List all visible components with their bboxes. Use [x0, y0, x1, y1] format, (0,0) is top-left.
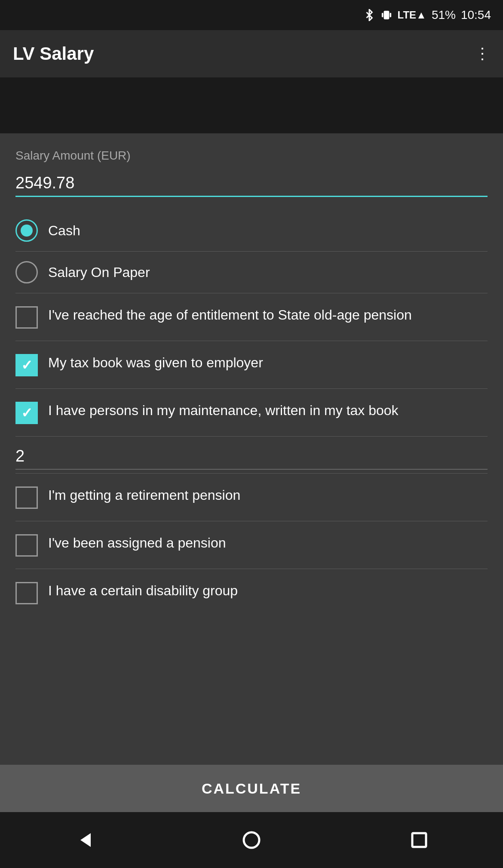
- checkbox-retirement-box[interactable]: [15, 486, 38, 509]
- radio-paper[interactable]: Salary On Paper: [15, 252, 488, 293]
- back-icon: [74, 830, 94, 850]
- home-icon: [241, 830, 262, 850]
- app-title: LV Salary: [13, 43, 94, 64]
- checkbox-pension-age-label: I've reached the age of entitlement to S…: [48, 305, 488, 325]
- checkbox-assigned-pension-box[interactable]: [15, 534, 38, 557]
- radio-cash-label: Cash: [48, 223, 80, 239]
- checkbox-retirement-label: I'm getting a retirement pension: [48, 486, 488, 505]
- checkmark-maintenance: ✓: [21, 406, 33, 420]
- checkbox-pension-age-box[interactable]: [15, 306, 38, 329]
- checkbox-tax-book[interactable]: ✓ My tax book was given to employer: [15, 341, 488, 388]
- battery-text: 51%: [432, 8, 456, 22]
- main-content: Salary Amount (EUR) Cash Salary On Paper…: [0, 133, 503, 812]
- recents-icon: [409, 830, 429, 850]
- checkmark-tax-book: ✓: [21, 358, 33, 372]
- back-button[interactable]: [67, 823, 101, 857]
- svg-rect-2: [390, 13, 391, 17]
- checkbox-pension-age[interactable]: I've reached the age of entitlement to S…: [15, 293, 488, 341]
- salary-input[interactable]: [15, 170, 488, 197]
- checkbox-assigned-pension[interactable]: I've been assigned a pension: [15, 521, 488, 569]
- checkbox-tax-book-label: My tax book was given to employer: [48, 353, 488, 372]
- app-bar: LV Salary ⋮: [0, 30, 503, 77]
- checkbox-assigned-pension-label: I've been assigned a pension: [48, 533, 488, 553]
- bottom-nav: [0, 812, 503, 868]
- svg-rect-1: [382, 13, 383, 17]
- radio-paper-label: Salary On Paper: [48, 265, 150, 280]
- svg-rect-0: [384, 11, 389, 19]
- divider-5: [15, 436, 488, 437]
- calculate-button[interactable]: CALCULATE: [0, 765, 503, 812]
- bluetooth-icon: [363, 9, 375, 21]
- checkbox-maintenance-label: I have persons in my maintenance, writte…: [48, 401, 488, 420]
- checkbox-disability-box[interactable]: [15, 582, 38, 604]
- home-button[interactable]: [234, 823, 269, 857]
- checkbox-disability[interactable]: I have a certain disability group: [15, 569, 488, 616]
- radio-cash-inner: [21, 225, 33, 237]
- checkbox-maintenance[interactable]: ✓ I have persons in my maintenance, writ…: [15, 389, 488, 436]
- svg-point-4: [244, 832, 259, 848]
- checkbox-disability-label: I have a certain disability group: [48, 581, 488, 600]
- checkbox-tax-book-box[interactable]: ✓: [15, 354, 38, 376]
- ad-banner: [0, 77, 503, 133]
- vibrate-icon: [380, 9, 393, 21]
- svg-rect-5: [412, 833, 426, 847]
- status-time: 10:54: [461, 8, 491, 22]
- radio-cash-button[interactable]: [15, 219, 38, 242]
- overflow-menu-icon[interactable]: ⋮: [475, 46, 490, 62]
- svg-marker-3: [80, 833, 91, 847]
- lte-icon: LTE▲: [398, 9, 426, 21]
- checkbox-retirement[interactable]: I'm getting a retirement pension: [15, 474, 488, 521]
- status-icons: LTE▲ 51% 10:54: [363, 8, 491, 22]
- checkbox-maintenance-box[interactable]: ✓: [15, 402, 38, 424]
- phone-frame: LTE▲ 51% 10:54 LV Salary ⋮ Salary Amount…: [0, 0, 503, 868]
- status-bar: LTE▲ 51% 10:54: [0, 0, 503, 30]
- salary-label: Salary Amount (EUR): [15, 149, 488, 163]
- radio-cash[interactable]: Cash: [15, 210, 488, 251]
- dependants-input[interactable]: [15, 443, 488, 470]
- recents-button[interactable]: [402, 823, 436, 857]
- radio-paper-button[interactable]: [15, 261, 38, 283]
